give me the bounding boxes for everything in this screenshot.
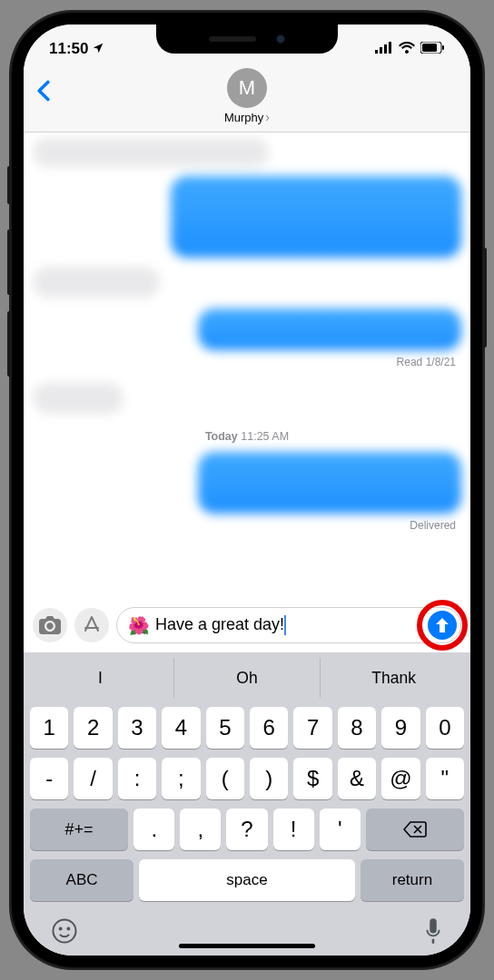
key-row-3: #+= . , ? ! ' bbox=[27, 808, 467, 850]
key[interactable]: ? bbox=[226, 808, 267, 850]
return-key[interactable]: return bbox=[361, 859, 464, 901]
battery-icon bbox=[420, 40, 445, 58]
contact-avatar[interactable]: M bbox=[227, 68, 267, 108]
incoming-message[interactable] bbox=[33, 267, 160, 298]
key[interactable]: ' bbox=[320, 808, 361, 850]
key[interactable]: ( bbox=[206, 758, 244, 799]
svg-rect-6 bbox=[442, 45, 444, 50]
space-key[interactable]: space bbox=[139, 859, 355, 901]
outgoing-message[interactable] bbox=[198, 452, 461, 514]
prediction[interactable]: Thank bbox=[321, 658, 467, 698]
key[interactable]: , bbox=[180, 808, 221, 850]
home-indicator[interactable] bbox=[179, 944, 315, 948]
symbols-key[interactable]: #+= bbox=[30, 808, 128, 850]
key[interactable]: 8 bbox=[338, 707, 376, 749]
key[interactable]: 1 bbox=[30, 707, 68, 749]
key[interactable]: ) bbox=[250, 758, 288, 799]
key[interactable]: - bbox=[30, 758, 68, 799]
key[interactable]: " bbox=[426, 758, 464, 799]
wifi-icon bbox=[399, 40, 415, 58]
contact-name-row[interactable]: Murphy › bbox=[224, 110, 270, 124]
svg-point-8 bbox=[60, 928, 62, 930]
svg-rect-10 bbox=[430, 918, 437, 933]
predictive-bar: I Oh Thank bbox=[27, 658, 467, 698]
back-button[interactable] bbox=[36, 77, 51, 106]
messages-scroll[interactable]: Read 1/8/21 Today 11:25 AM Delivered bbox=[24, 132, 470, 600]
key[interactable]: 2 bbox=[74, 707, 112, 749]
abc-key[interactable]: ABC bbox=[30, 859, 133, 901]
delivered-receipt: Delivered bbox=[410, 519, 461, 532]
dictation-icon[interactable] bbox=[423, 917, 443, 948]
key[interactable]: : bbox=[118, 758, 156, 799]
key[interactable]: 4 bbox=[162, 707, 200, 749]
screen: 11:50 M bbox=[24, 24, 470, 956]
key[interactable]: / bbox=[74, 758, 112, 799]
key-row-2: - / : ; ( ) $ & @ " bbox=[27, 758, 467, 799]
keyboard: I Oh Thank 1 2 3 4 5 6 7 8 9 0 - / : ; bbox=[24, 652, 470, 956]
camera-button[interactable] bbox=[33, 608, 67, 642]
outgoing-message[interactable] bbox=[198, 309, 461, 350]
key[interactable]: 5 bbox=[206, 707, 244, 749]
send-button[interactable] bbox=[428, 611, 457, 640]
incoming-message[interactable] bbox=[33, 383, 124, 414]
emoji-keyboard-icon[interactable] bbox=[51, 917, 78, 948]
nav-header: M Murphy › bbox=[24, 64, 470, 132]
location-icon bbox=[92, 42, 104, 57]
key[interactable]: & bbox=[338, 758, 376, 799]
timestamp: Today 11:25 AM bbox=[205, 430, 289, 443]
svg-rect-3 bbox=[389, 42, 391, 54]
chevron-right-icon: › bbox=[265, 110, 270, 124]
svg-rect-0 bbox=[375, 50, 378, 54]
signal-icon bbox=[375, 40, 393, 58]
svg-rect-5 bbox=[422, 44, 437, 52]
inline-emoji: 🌺 bbox=[128, 615, 150, 636]
key[interactable]: . bbox=[133, 808, 174, 850]
incoming-message[interactable] bbox=[33, 138, 269, 167]
key[interactable]: 3 bbox=[118, 707, 156, 749]
svg-rect-2 bbox=[384, 44, 387, 54]
message-text: Have a great day! bbox=[155, 615, 422, 635]
key[interactable]: @ bbox=[381, 758, 420, 799]
status-time: 11:50 bbox=[49, 40, 88, 58]
app-store-button[interactable] bbox=[74, 608, 109, 642]
key[interactable]: 9 bbox=[381, 707, 420, 749]
svg-point-9 bbox=[67, 928, 69, 930]
key[interactable]: 0 bbox=[426, 707, 464, 749]
svg-point-7 bbox=[54, 920, 76, 943]
key[interactable]: $ bbox=[293, 758, 331, 799]
input-dock: 🌺 Have a great day! bbox=[24, 600, 470, 652]
key[interactable]: ! bbox=[273, 808, 314, 850]
key[interactable]: ; bbox=[162, 758, 200, 799]
iphone-frame: 11:50 M bbox=[11, 12, 483, 968]
key-row-4: ABC space return bbox=[27, 859, 467, 901]
key[interactable]: 7 bbox=[293, 707, 331, 749]
outgoing-message[interactable] bbox=[171, 176, 461, 258]
message-input[interactable]: 🌺 Have a great day! bbox=[116, 607, 461, 643]
key-row-1: 1 2 3 4 5 6 7 8 9 0 bbox=[27, 707, 467, 749]
key[interactable]: 6 bbox=[250, 707, 288, 749]
svg-rect-1 bbox=[380, 47, 382, 54]
backspace-key[interactable] bbox=[366, 808, 464, 850]
prediction[interactable]: I bbox=[27, 658, 174, 698]
read-receipt: Read 1/8/21 bbox=[397, 356, 461, 368]
notch bbox=[156, 24, 338, 54]
prediction[interactable]: Oh bbox=[174, 658, 321, 698]
contact-name: Murphy bbox=[224, 111, 263, 124]
